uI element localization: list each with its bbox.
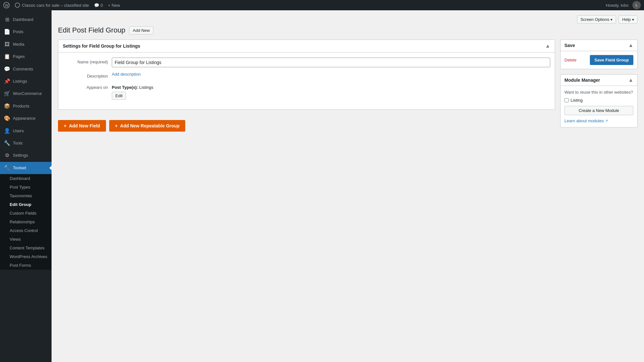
- toolset-icon: 🔨: [4, 164, 10, 172]
- listings-icon: 📌: [4, 78, 10, 85]
- screen-options-chevron-icon: ▾: [610, 17, 612, 22]
- site-name[interactable]: Classic cars for sale – classified site: [15, 3, 89, 8]
- help-button[interactable]: Help ▾: [619, 15, 638, 23]
- submenu-item-edit-group[interactable]: Edit Group: [0, 200, 52, 209]
- module-manager-title: Module Manager: [564, 78, 600, 83]
- edit-appears-on-button[interactable]: Edit: [112, 92, 126, 100]
- appears-on-value: Post Type(s): Listings Edit: [112, 83, 153, 100]
- save-panel: Save ▲ Delete Save Field Group: [560, 40, 638, 69]
- dashboard-icon: ⊞: [4, 16, 10, 23]
- postbox-toggle-icon[interactable]: ▲: [545, 43, 550, 49]
- delete-link[interactable]: Delete: [564, 58, 577, 62]
- save-panel-toggle-icon[interactable]: ▲: [628, 42, 633, 48]
- submenu-item-relationships[interactable]: Relationships: [0, 218, 52, 226]
- appears-on-label: Appears on: [63, 83, 108, 90]
- wp-logo-icon[interactable]: W: [3, 2, 10, 8]
- sidebar-item-settings[interactable]: ⚙ Settings: [0, 149, 52, 162]
- name-row: Name (required): [63, 58, 550, 67]
- toolset-submenu: Dashboard Post Types Taxonomies Edit Gro…: [0, 174, 52, 270]
- avatar: L: [632, 1, 641, 9]
- admin-bar: W Classic cars for sale – classified sit…: [0, 0, 644, 10]
- sidebar-item-tools[interactable]: 🔧 Tools: [0, 137, 52, 149]
- sidebar-item-comments[interactable]: 💬 Comments: [0, 63, 52, 75]
- add-new-repeatable-group-button[interactable]: + Add New Repeatable Group: [109, 120, 186, 132]
- submenu-item-taxonomies[interactable]: Taxonomies: [0, 191, 52, 200]
- pages-icon: 📋: [4, 53, 10, 60]
- new-content-link[interactable]: + New: [108, 3, 120, 8]
- media-icon: 🖼: [4, 41, 10, 48]
- save-panel-header: Save ▲: [561, 40, 637, 51]
- submenu-item-post-types[interactable]: Post Types: [0, 183, 52, 191]
- submenu-item-dashboard[interactable]: Dashboard: [0, 174, 52, 183]
- main-content: Screen Options ▾ Help ▾ Edit Post Field …: [52, 10, 644, 362]
- name-label: Name (required): [63, 58, 108, 64]
- learn-about-modules-link[interactable]: Learn about modules ↗: [564, 118, 633, 123]
- side-panel: Save ▲ Delete Save Field Group Module Ma…: [560, 40, 638, 133]
- main-panel: Settings for Field Group for Listings ▲ …: [58, 40, 555, 137]
- module-description: Want to reuse this in other websites?: [564, 90, 633, 95]
- add-description-link[interactable]: Add description: [112, 72, 141, 77]
- sidebar-item-products[interactable]: 📦 Products: [0, 100, 52, 112]
- save-panel-body: Delete Save Field Group: [561, 51, 637, 69]
- submenu-item-access-control[interactable]: Access Control: [0, 226, 52, 235]
- settings-icon: ⚙: [4, 152, 10, 159]
- sidebar-item-toolset[interactable]: 🔨 Toolset: [0, 162, 52, 174]
- add-new-button[interactable]: Add New: [129, 26, 153, 34]
- sidebar-item-users[interactable]: 👤 Users: [0, 125, 52, 137]
- sidebar-item-woocommerce[interactable]: 🛒 WooCommerce: [0, 88, 52, 100]
- submenu-item-post-forms[interactable]: Post Forms: [0, 261, 52, 270]
- sidebar-item-media[interactable]: 🖼 Media: [0, 38, 52, 51]
- postbox-body: Name (required) Description Add descript…: [58, 52, 555, 109]
- sidebar-item-appearance[interactable]: 🎨 Appearance: [0, 112, 52, 125]
- module-manager-body: Want to reuse this in other websites? Li…: [561, 86, 637, 127]
- comments-link[interactable]: 💬 0: [94, 3, 103, 8]
- plus-group-icon: +: [115, 123, 118, 128]
- page-title: Edit Post Field Group: [58, 26, 125, 34]
- listing-checkbox-label[interactable]: Listing: [571, 98, 583, 103]
- comments-icon: 💬: [4, 66, 10, 73]
- listing-checkbox-row: Listing: [564, 98, 633, 103]
- posts-icon: 📄: [4, 28, 10, 35]
- save-panel-title: Save: [564, 43, 575, 48]
- module-manager-panel: Module Manager ▲ Want to reuse this in o…: [560, 74, 638, 127]
- woocommerce-icon: 🛒: [4, 90, 10, 97]
- module-manager-header: Module Manager ▲: [561, 75, 637, 86]
- svg-text:W: W: [5, 3, 9, 8]
- submenu-item-wordpress-archives[interactable]: WordPress Archives: [0, 252, 52, 261]
- submenu-item-content-templates[interactable]: Content Templates: [0, 244, 52, 252]
- postbox-header: Settings for Field Group for Listings ▲: [58, 40, 555, 52]
- external-link-icon: ↗: [605, 119, 608, 123]
- appearance-icon: 🎨: [4, 115, 10, 122]
- sidebar-item-pages[interactable]: 📋 Pages: [0, 51, 52, 63]
- module-manager-toggle-icon[interactable]: ▲: [628, 77, 633, 83]
- submenu-item-views[interactable]: Views: [0, 235, 52, 244]
- listing-checkbox[interactable]: [564, 98, 569, 102]
- top-bar: Screen Options ▾ Help ▾: [58, 15, 638, 23]
- tools-icon: 🔧: [4, 140, 10, 147]
- save-delete-row: Delete Save Field Group: [564, 55, 633, 65]
- help-chevron-icon: ▾: [632, 17, 634, 22]
- create-new-module-button[interactable]: Create a New Module: [564, 106, 633, 115]
- postbox-title: Settings for Field Group for Listings: [63, 43, 140, 49]
- name-input[interactable]: [112, 58, 550, 67]
- field-group-settings-box: Settings for Field Group for Listings ▲ …: [58, 40, 555, 110]
- description-label: Description: [63, 72, 108, 79]
- svg-point-2: [15, 3, 20, 7]
- sidebar-item-listings[interactable]: 📌 Listings: [0, 75, 52, 88]
- admin-bar-right: Howdy, lobo L: [606, 1, 641, 9]
- action-buttons: + Add New Field + Add New Repeatable Gro…: [58, 115, 555, 137]
- appears-on-row: Appears on Post Type(s): Listings Edit: [63, 83, 550, 100]
- howdy-text: Howdy, lobo: [606, 3, 629, 8]
- submenu-item-custom-fields[interactable]: Custom Fields: [0, 209, 52, 218]
- add-new-field-button[interactable]: + Add New Field: [58, 120, 106, 132]
- save-field-group-button[interactable]: Save Field Group: [590, 55, 633, 65]
- page-title-area: Edit Post Field Group Add New: [58, 26, 638, 34]
- sidebar: ⊞ Dashboard 📄 Posts 🖼 Media 📋 Pages 💬 Co…: [0, 10, 52, 362]
- content-grid: Settings for Field Group for Listings ▲ …: [58, 40, 638, 137]
- products-icon: 📦: [4, 103, 10, 110]
- screen-options-button[interactable]: Screen Options ▾: [577, 15, 616, 23]
- sidebar-item-dashboard[interactable]: ⊞ Dashboard: [0, 14, 52, 26]
- sidebar-item-posts[interactable]: 📄 Posts: [0, 26, 52, 38]
- plus-icon: +: [64, 123, 66, 128]
- users-icon: 👤: [4, 127, 10, 135]
